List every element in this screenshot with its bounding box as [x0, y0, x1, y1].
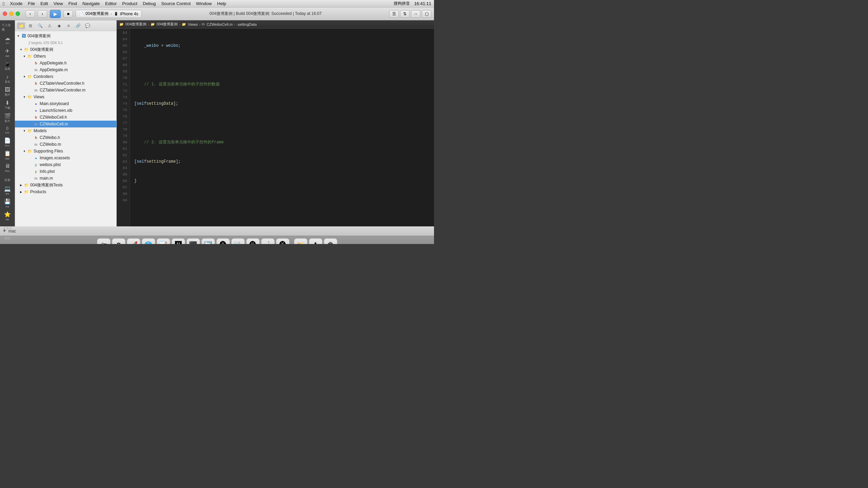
sidebar-downloads-label: 下载 [5, 106, 10, 110]
tree-main-m[interactable]: m main.m [15, 175, 116, 182]
menu-edit[interactable]: Edit [40, 1, 48, 6]
sidebar-appx[interactable]: 📋 app [1, 149, 14, 161]
tree-root[interactable]: ▼ 🅰 004微博案例 [15, 33, 116, 39]
menu-product[interactable]: Product [122, 1, 137, 6]
menu-navigate[interactable]: Navigate [82, 1, 100, 6]
layout-btn-4[interactable]: ▢ [422, 10, 431, 18]
dock-onenote[interactable]: 🅽 [172, 238, 185, 244]
dock-terminal[interactable]: ⬛ [186, 238, 200, 244]
sidebar-downloads[interactable]: ⬇ 下载 [1, 98, 14, 111]
dock-preferences[interactable]: ⚙ [112, 238, 125, 244]
dock-migration[interactable]: 🔄 [201, 238, 215, 244]
stop-button[interactable]: ■ [63, 10, 73, 18]
breadcrumb-views[interactable]: Views [188, 22, 198, 26]
sidebar-ma[interactable]: 💾 ma [1, 197, 14, 209]
nav-folder-icon[interactable]: 📁 [17, 22, 25, 29]
breadcrumb-method[interactable]: -settingData [237, 22, 257, 26]
sidebar-app[interactable]: 📱 应用 [1, 59, 14, 72]
menu-view[interactable]: View [54, 1, 63, 6]
dock-instruments[interactable]: 🔬 [261, 238, 275, 244]
scheme-selector[interactable]: 📄 004微博案例 › 📱 iPhone 4s [76, 10, 142, 18]
sidebar-music[interactable]: ♪ 音乐 [1, 73, 14, 85]
tree-group-main[interactable]: ▼ 📁 004微博案例 [15, 46, 116, 53]
tree-appdelegate-m[interactable]: m AppDelegate.m [15, 66, 116, 73]
dock-downloads-folder[interactable]: ⬇ [309, 238, 322, 244]
tree-supporting-files[interactable]: ▼ 📁 Supporting Files [15, 148, 116, 155]
dock-folder[interactable]: 📁 [294, 238, 308, 244]
run-button[interactable]: ▶ [50, 10, 61, 18]
apple-menu[interactable]:  [3, 1, 4, 6]
sidebar-icl[interactable]: ☁ iCl [1, 34, 14, 46]
dock-finder[interactable]: 🗂 [97, 238, 111, 244]
dock-xcode[interactable]: 🅧 [276, 238, 290, 244]
dock-safari[interactable]: 🌐 [142, 238, 155, 244]
menu-file[interactable]: File [28, 1, 35, 6]
tree-czweibocell-h[interactable]: h CZWeiboCell.h [15, 114, 116, 121]
sidebar-doc[interactable]: 📄 Doc [1, 136, 14, 148]
layout-btn-1[interactable]: ☰ [389, 10, 399, 18]
dock-notes[interactable]: 📝 [157, 238, 170, 244]
breadcrumb-file[interactable]: CZWeiboCell.m [206, 22, 233, 26]
tree-cztablevc-h[interactable]: h CZTableViewController.h [15, 80, 116, 87]
tree-main-storyboard[interactable]: ● Main.storyboard [15, 100, 116, 107]
tree-info-plist[interactable]: p Info.plist [15, 168, 116, 175]
dock-launchpad[interactable]: 🚀 [127, 238, 140, 244]
layout-btn-3[interactable]: → [411, 10, 420, 18]
menu-window[interactable]: Window [196, 1, 212, 6]
nav-search-icon[interactable]: 🔍 [36, 22, 44, 29]
tree-launchscreen[interactable]: ● LaunchScreen.xib [15, 107, 116, 114]
nav-list-icon[interactable]: ≡ [64, 22, 73, 29]
tree-others[interactable]: ▼ 📁 Others [15, 53, 116, 60]
sidebar-airt[interactable]: ✈ Airt [1, 46, 14, 59]
breadcrumb-group[interactable]: 004微博案例 [157, 22, 178, 27]
nav-link-icon[interactable]: 🔗 [74, 22, 82, 29]
back-button[interactable]: ‹ [25, 10, 35, 18]
tree-controllers[interactable]: ▼ 📁 Controllers [15, 73, 116, 80]
nav-grid-icon[interactable]: ⊞ [26, 22, 35, 29]
code-editor: 63 64 65 66 67 68 69 70 71 72 73 74 75 7… [117, 28, 434, 226]
tree-models[interactable]: ▼ 📁 Models [15, 127, 116, 134]
tree-czweibo-m[interactable]: m CZWeibo.m [15, 141, 116, 148]
menu-help[interactable]: Help [217, 1, 226, 6]
menu-source-control[interactable]: Source Control [161, 1, 191, 6]
menu-debug[interactable]: Debug [143, 1, 156, 6]
tree-tests[interactable]: ▶ 📁 004微博案例Tests [15, 182, 116, 188]
tree-products[interactable]: ▶ 📁 Products [15, 188, 116, 195]
dock-appstore[interactable]: 🅐 [216, 238, 230, 244]
dock-trash[interactable]: 🗑 [324, 238, 337, 244]
fullscreen-button[interactable] [16, 12, 20, 16]
tree-weibos-plist[interactable]: p weibos.plist [15, 161, 116, 168]
minimize-button[interactable] [9, 12, 14, 16]
nav-diamond-icon[interactable]: ◆ [55, 22, 63, 29]
tree-images-xcassets[interactable]: ● Images.xcassets [15, 155, 116, 161]
tree-appdelegate-h[interactable]: h AppDelegate.h [15, 60, 116, 66]
tree-czweibocell-m[interactable]: m CZWeiboCell.m [15, 121, 116, 127]
menu-xcode[interactable]: Xcode [10, 1, 22, 6]
views-nav-icon: 📁 [182, 22, 186, 26]
close-button[interactable] [3, 12, 7, 16]
nav-comment-icon[interactable]: 💬 [83, 22, 92, 29]
menu-find[interactable]: Find [68, 1, 77, 6]
code-content[interactable]: _weibo = weibo; // 1. 设置当前单元格中的子控件的数据 [s… [130, 28, 434, 226]
sidebar-des[interactable]: 🖥 Des [1, 162, 14, 174]
add-button[interactable]: + [3, 227, 6, 235]
sidebar-movies[interactable]: 🎬 影片 [1, 111, 14, 124]
layout-btn-2[interactable]: ⇅ [400, 10, 410, 18]
line-num-76: 76 [117, 114, 127, 120]
root-arrow: ▼ [16, 34, 20, 38]
breadcrumb-project[interactable]: 004微博案例 [125, 22, 146, 27]
dock-filezilla[interactable]: 📡 [231, 238, 245, 244]
sidebar-photos[interactable]: 🖼 图片 [1, 85, 14, 98]
dock-word[interactable]: 🅦 [246, 238, 260, 244]
appx-icon: 📋 [4, 150, 11, 157]
menu-editor[interactable]: Editor [105, 1, 117, 6]
tree-views[interactable]: ▼ 📁 Views [15, 94, 116, 100]
sidebar-ste[interactable]: ⭐ ste [1, 210, 14, 222]
tree-cztablevc-m[interactable]: m CZTableViewController.m [15, 87, 116, 94]
forward-button[interactable]: › [38, 10, 47, 18]
nav-warning-icon[interactable]: ⚠ [45, 22, 54, 29]
line-num-82: 82 [117, 152, 127, 159]
sidebar-012[interactable]: 0 012 [1, 125, 14, 136]
tree-czweibo-h[interactable]: h CZWeibo.h [15, 134, 116, 141]
sidebar-tea[interactable]: 💻 tea [1, 184, 14, 197]
